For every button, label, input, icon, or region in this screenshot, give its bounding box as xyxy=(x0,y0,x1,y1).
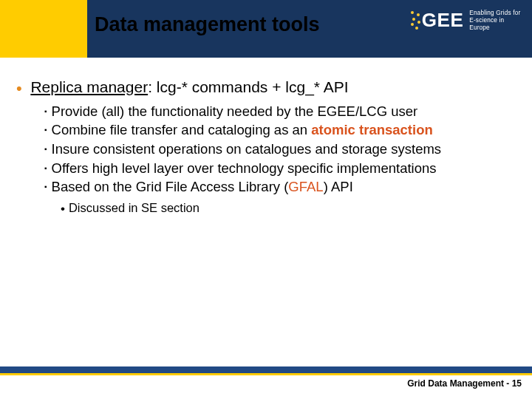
footer: Grid Data Management - 15 xyxy=(0,366,532,389)
sub-bullet-4-text: Offers high level layer over technology … xyxy=(52,160,437,176)
square-bullet-icon: ▪ xyxy=(44,164,47,172)
sub-bullet-3: ▪Insure consistent operations on catalog… xyxy=(44,141,516,158)
sub-bullet-5-accent: GFAL xyxy=(288,179,323,194)
sub-bullet-2-bold: atomic transaction xyxy=(311,122,433,137)
mini-dot-icon: • xyxy=(61,202,65,216)
sub-bullet-5: ▪Based on the Grid File Access Library (… xyxy=(44,179,516,196)
footer-blue-bar xyxy=(0,366,532,373)
footer-text: Grid Data Management - 15 xyxy=(0,375,532,389)
square-bullet-icon: ▪ xyxy=(44,126,47,134)
logo-dots-icon xyxy=(411,11,420,30)
subsub-bullet-1-text: Discussed in SE section xyxy=(69,201,200,214)
bullet-l1-rest: : lcg-* commands + lcg_* API xyxy=(148,78,348,95)
sub-bullets: ▪Provide (all) the functionality needed … xyxy=(44,103,516,216)
bullet-l1-underlined: Replica manager xyxy=(30,78,148,95)
sub-bullet-5-text-c: ) API xyxy=(324,179,353,194)
content-body: • Replica manager: lcg-* commands + lcg_… xyxy=(16,70,516,217)
bullet-level1: • Replica manager: lcg-* commands + lcg_… xyxy=(16,78,516,98)
sub-bullet-2-text-a: Combine file transfer and cataloging as … xyxy=(52,122,312,137)
header: Data management tools GEE Enabling Grids… xyxy=(0,0,532,58)
sub-bullet-4: ▪Offers high level layer over technology… xyxy=(44,160,516,177)
slide: Data management tools GEE Enabling Grids… xyxy=(0,0,532,399)
header-yellow-bg xyxy=(0,0,87,58)
square-bullet-icon: ▪ xyxy=(44,145,47,153)
logo-tagline-1: Enabling Grids for xyxy=(469,10,522,17)
sub-bullet-5-text-a: Based on the Grid File Access Library ( xyxy=(52,179,289,194)
subsub-block: •Discussed in SE section xyxy=(61,200,516,216)
slide-title: Data management tools xyxy=(95,13,414,36)
subsub-bullet-1: •Discussed in SE section xyxy=(61,200,516,216)
bullet-dot-icon: • xyxy=(16,79,22,98)
logo-tagline-2: E-science in Europe xyxy=(469,17,522,32)
egee-logo: GEE Enabling Grids for E-science in Euro… xyxy=(411,9,522,50)
sub-bullet-1-text: Provide (all) the functionality needed b… xyxy=(52,103,418,119)
logo-tagline: Enabling Grids for E-science in Europe xyxy=(469,10,522,32)
logo-text: GEE xyxy=(422,9,463,32)
sub-bullet-3-text: Insure consistent operations on catalogu… xyxy=(52,141,442,157)
square-bullet-icon: ▪ xyxy=(44,183,47,191)
sub-bullet-2: ▪Combine file transfer and cataloging as… xyxy=(44,122,516,139)
square-bullet-icon: ▪ xyxy=(44,107,47,115)
sub-bullet-1: ▪Provide (all) the functionality needed … xyxy=(44,103,516,120)
